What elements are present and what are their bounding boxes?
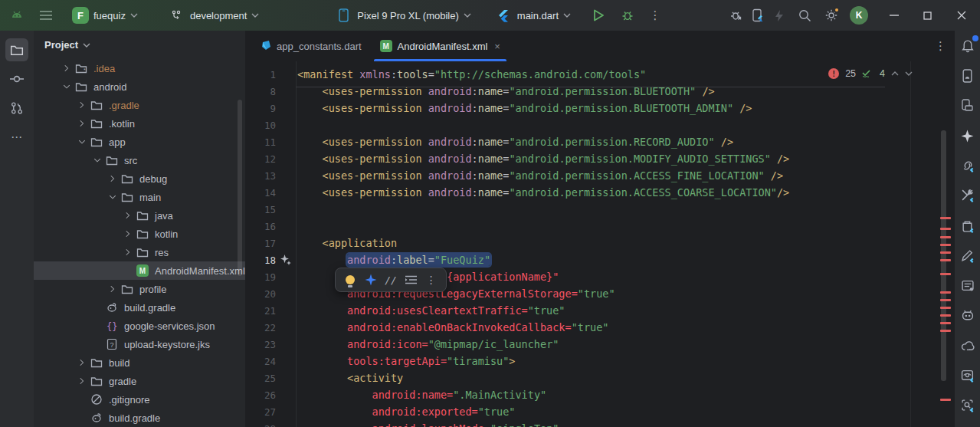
stripe-more[interactable]: ⋯ [5, 126, 28, 149]
error-stripe-mark[interactable] [940, 307, 951, 309]
error-stripe-mark[interactable] [940, 322, 951, 324]
intention-bulb-icon[interactable] [342, 271, 359, 288]
line-number[interactable]: 27 [245, 406, 297, 418]
line-number[interactable]: 28 [245, 422, 297, 427]
line-number[interactable]: 9 [245, 102, 297, 114]
ai-assistant-icon[interactable] [362, 271, 379, 288]
code-line-23[interactable]: 23 android:icon="@mipmap/ic_launcher" [245, 336, 954, 353]
code-line-21[interactable]: 21 android:usesCleartextTraffic="true" [245, 302, 954, 319]
line-number[interactable]: 13 [245, 169, 297, 182]
more-options-icon[interactable]: ⋮ [423, 271, 440, 288]
tree-item-gradle[interactable]: gradle [34, 372, 245, 390]
code-line-15[interactable]: 15 [245, 201, 954, 218]
stripe-device-manager[interactable] [958, 97, 978, 114]
line-number[interactable]: 25 [245, 372, 297, 384]
stripe-firebase-cloud[interactable] [958, 337, 978, 355]
chevron-right-icon[interactable] [75, 376, 89, 386]
chevron-right-icon[interactable] [60, 64, 74, 73]
project-widget[interactable]: F fuequiz [66, 4, 144, 27]
chevron-right-icon[interactable] [75, 119, 89, 128]
line-number[interactable]: 19 [245, 271, 297, 283]
line-number[interactable]: 26 [245, 389, 297, 401]
error-stripe-mark[interactable] [940, 291, 951, 294]
chevron-down-icon[interactable] [60, 82, 74, 91]
line-number[interactable]: 20 [245, 287, 297, 300]
profiler-lightning-icon[interactable] [770, 6, 788, 25]
error-stripe-mark[interactable] [940, 314, 951, 317]
search-everywhere-icon[interactable] [796, 6, 814, 25]
chevron-right-icon[interactable] [75, 100, 89, 110]
close-tab-icon[interactable]: × [494, 41, 500, 52]
tree-item-build-gradle[interactable]: build.gradle [34, 298, 245, 317]
error-stripe-mark[interactable] [940, 330, 951, 332]
close-button[interactable] [946, 4, 977, 27]
stripe-build[interactable] [958, 217, 978, 235]
debug-button[interactable] [618, 6, 637, 25]
stripe-structure[interactable] [958, 277, 978, 294]
chevron-right-icon[interactable] [121, 211, 135, 220]
gutter-ai-sparkle-icon[interactable] [276, 254, 297, 266]
tree-item-src[interactable]: src [34, 151, 245, 169]
line-number[interactable]: 12 [245, 153, 297, 165]
device-selector[interactable]: Pixel 9 Pro XL (mobile) [328, 4, 477, 27]
tab-app-constants[interactable]: app_constants.dart [251, 31, 371, 61]
stripe-flutter-inspector[interactable] [958, 367, 978, 385]
editor-scrollbar[interactable] [941, 130, 946, 381]
code-line-14[interactable]: 14 <uses-permission android:name="androi… [245, 184, 954, 201]
error-stripe-mark[interactable] [940, 236, 951, 238]
line-number[interactable]: 15 [245, 203, 297, 215]
vcs-branch-widget[interactable]: development [161, 4, 265, 27]
code-editor[interactable]: 1<manifest xmlns:tools="http://schemas.a… [245, 61, 954, 427]
inspections-widget[interactable]: ! 25 4 [828, 66, 913, 81]
stripe-flutter-attach[interactable] [958, 157, 978, 175]
tree-item--kotlin[interactable]: .kotlin [34, 114, 245, 133]
line-number[interactable]: 16 [245, 220, 297, 232]
code-line-8[interactable]: 8 <uses-permission android:name="android… [245, 83, 954, 100]
error-stripe-mark[interactable] [940, 259, 951, 261]
code-line-27[interactable]: 27 android:exported="true" [245, 403, 954, 420]
code-line-25[interactable]: 25 <activity [245, 370, 954, 386]
error-stripe-mark[interactable] [940, 217, 951, 219]
code-line-10[interactable]: 10 [245, 117, 954, 133]
minimize-button[interactable] [879, 4, 910, 27]
chevron-down-icon[interactable] [75, 137, 89, 146]
error-stripe-mark[interactable] [940, 228, 951, 230]
chevron-right-icon[interactable] [75, 358, 89, 367]
tree-item-build-gradle[interactable]: build.gradle [34, 409, 245, 427]
tree-item-google-services-json[interactable]: {}google-services.json [34, 317, 245, 335]
tree-item-android[interactable]: android [34, 77, 245, 96]
tree-item--gradle[interactable]: .gradle [34, 96, 245, 114]
project-panel-header[interactable]: Project [34, 31, 245, 59]
run-button[interactable] [589, 6, 608, 25]
line-number[interactable]: 8 [245, 85, 297, 97]
stripe-flutter-performance[interactable] [958, 397, 978, 415]
tree-item-kotlin[interactable]: kotlin [34, 225, 245, 243]
chevron-down-icon[interactable] [90, 156, 104, 165]
chevron-right-icon[interactable] [106, 174, 120, 183]
tab-android-manifest[interactable]: M AndroidManifest.xml × [371, 31, 510, 61]
tree-item--idea[interactable]: *.idea [34, 59, 245, 77]
code-line-18[interactable]: 18 android:label="FueQuiz" [245, 251, 954, 268]
code-line-22[interactable]: 22 android:enableOnBackInvokedCallback="… [245, 319, 954, 336]
code-line-9[interactable]: 9 <uses-permission android:name="android… [245, 100, 954, 117]
run-configuration-selector[interactable]: main.dart [488, 4, 577, 27]
line-number[interactable]: 24 [245, 355, 297, 367]
tree-item-java[interactable]: java [34, 206, 245, 225]
code-line-24[interactable]: 24 tools:targetApi="tiramisu"> [245, 353, 954, 370]
code-line-17[interactable]: 17 <application [245, 235, 954, 251]
stripe-flutter-outline[interactable] [958, 247, 978, 264]
stripe-gemini[interactable] [958, 126, 978, 144]
chevron-right-icon[interactable] [121, 248, 135, 257]
avatar[interactable]: K [850, 6, 868, 25]
error-stripe-mark[interactable] [940, 273, 951, 275]
line-number[interactable]: 10 [245, 119, 297, 131]
tree-item-debug[interactable]: debug [34, 169, 245, 188]
stripe-flutter-tools[interactable] [958, 187, 978, 205]
line-number[interactable]: 17 [245, 237, 297, 249]
line-number[interactable]: 1 [245, 68, 297, 80]
main-menu-hamburger-icon[interactable] [37, 6, 55, 25]
error-stripe-mark[interactable] [940, 299, 951, 301]
chevron-right-icon[interactable] [121, 229, 135, 238]
project-scrollbar[interactable] [238, 100, 242, 276]
code-line-11[interactable]: 11 <uses-permission android:name="androi… [245, 133, 954, 150]
